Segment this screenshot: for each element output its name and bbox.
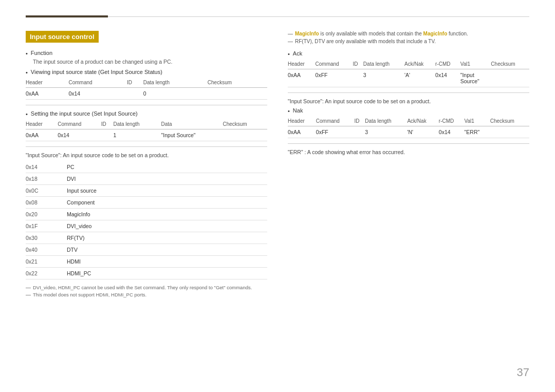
code-td-name: MagicInfo <box>67 209 267 220</box>
ack-th-checksum: Checksum <box>491 59 529 69</box>
top-bar-thick <box>26 15 108 17</box>
ack-section: • Ack Header Command ID Data length Ack/… <box>288 50 529 87</box>
nak-th-id: ID <box>354 116 365 126</box>
code-td-hex: 0x20 <box>26 209 67 220</box>
magicinfo-note: — MagicInfo is only available with model… <box>288 31 529 36</box>
code-td-hex: 0x14 <box>26 161 67 173</box>
code-td-hex: 0x21 <box>26 256 67 268</box>
bullet-dot-nak: • <box>288 108 290 114</box>
function-bullet: • Function <box>26 50 267 57</box>
code-td-name: DVI_video <box>67 220 267 232</box>
nak-th-checksum: Checksum <box>490 116 529 126</box>
viewing-table: Header Command ID Data length Checksum 0… <box>26 78 267 100</box>
code-td-name: HDMI <box>67 256 267 268</box>
footnote-1-text: DVI_video, HDMI_PC cannot be used with t… <box>33 285 252 290</box>
right-column: — MagicInfo is only available with model… <box>288 21 529 377</box>
magicinfo-note-container: — MagicInfo is only available with model… <box>288 31 529 44</box>
th-checksum-1: Checksum <box>208 78 267 88</box>
th-id-1: ID <box>127 78 143 88</box>
code-td-hex: 0x40 <box>26 244 67 256</box>
top-bar-thin <box>108 16 529 17</box>
ack-td-header: 0xAA <box>288 69 316 87</box>
page-number: 37 <box>517 366 529 379</box>
table-row: 0x08Component <box>26 197 267 209</box>
divider-right-1 <box>288 92 529 93</box>
divider-1 <box>26 105 267 105</box>
code-td-hex: 0x18 <box>26 173 67 185</box>
left-column: Input source control • Function The inpu… <box>26 21 267 377</box>
ack-th-datalength: Data length <box>363 59 404 69</box>
code-td-hex: 0x1F <box>26 220 67 232</box>
nak-bullet: • Nak <box>288 107 529 114</box>
code-td-name: DTV <box>67 244 267 256</box>
viewing-input-source-bullet: • Viewing input source state (Get Input … <box>26 69 267 76</box>
nak-th-header: Header <box>288 116 316 126</box>
nak-td-id <box>354 126 365 138</box>
ack-bullet: • Ack <box>288 50 529 57</box>
ack-th-command: Command <box>316 59 353 69</box>
err-note: "ERR" : A code showing what error has oc… <box>288 149 529 155</box>
td-header: 0xAA <box>26 88 68 100</box>
code-td-hex: 0x22 <box>26 268 67 279</box>
nak-th-rcmd: r-CMD <box>439 116 465 126</box>
td-data-2: "Input Source" <box>161 129 223 141</box>
divider-2 <box>26 146 267 147</box>
bullet-dot-ack: • <box>288 51 290 57</box>
nak-td-checksum <box>490 126 529 138</box>
code-td-name: PC <box>67 161 267 173</box>
td-id-2 <box>101 129 114 141</box>
nak-th-command: Command <box>316 116 355 126</box>
magicinfo-suffix: function. <box>449 31 468 36</box>
nak-td-header: 0xAA <box>288 126 316 138</box>
code-td-name: DVI <box>67 173 267 185</box>
footnote-2: — This model does not support HDMI, HDMI… <box>26 292 267 297</box>
th-datalength-1: Data length <box>143 78 208 88</box>
nak-td-val1: "ERR" <box>465 126 490 138</box>
section-title: Input source control <box>26 31 99 43</box>
table-row: 0x14PC <box>26 161 267 173</box>
rftv-note: — RF(TV), DTV are only available with mo… <box>288 39 529 44</box>
table-row: 0x21HDMI <box>26 256 267 268</box>
ack-td-id <box>353 69 363 87</box>
table-row: 0x0CInput source <box>26 185 267 197</box>
ack-th-acknak: Ack/Nak <box>404 59 435 69</box>
td-command: 0x14 <box>68 88 127 100</box>
input-source-note-right: "Input Source": An input source code to … <box>288 98 529 104</box>
magicinfo-bold-1: MagicInfo <box>295 31 319 36</box>
nak-section: • Nak Header Command ID Data length Ack/… <box>288 107 529 138</box>
setting-input-source-label: Setting the input source (Set Input Sour… <box>31 110 138 117</box>
th-data-2: Data <box>161 119 223 129</box>
footnote-1: — DVI_video, HDMI_PC cannot be used with… <box>26 285 267 290</box>
bullet-dot: • <box>26 50 28 57</box>
ack-th-id: ID <box>353 59 363 69</box>
ack-label: Ack <box>293 50 302 57</box>
code-table: 0x14PC0x18DVI0x0CInput source0x08Compone… <box>26 161 267 279</box>
ack-th-header: Header <box>288 59 316 69</box>
magicinfo-note-text: MagicInfo is only available with models … <box>295 31 468 36</box>
td-id <box>127 88 143 100</box>
code-td-hex: 0x0C <box>26 185 67 197</box>
function-description: The input source of a product can be cha… <box>33 59 267 65</box>
th-command-1: Command <box>68 78 127 88</box>
code-td-name: RF(TV) <box>67 232 267 244</box>
td-datalength: 0 <box>143 88 208 100</box>
function-label: Function <box>31 50 52 56</box>
th-checksum-2: Checksum <box>223 119 267 129</box>
input-source-note-left: "Input Source": An input source code to … <box>26 152 267 158</box>
td-checksum <box>208 88 267 100</box>
footnotes: — DVI_video, HDMI_PC cannot be used with… <box>26 285 267 297</box>
ack-td-acknak: 'A' <box>404 69 435 87</box>
nak-table: Header Command ID Data length Ack/Nak r-… <box>288 116 529 138</box>
table-row: 0x18DVI <box>26 173 267 185</box>
nak-th-datalength: Data length <box>365 116 407 126</box>
table-row: 0x22HDMI_PC <box>26 268 267 279</box>
magicinfo-middle: is only available with models that conta… <box>320 31 423 36</box>
nak-th-acknak: Ack/Nak <box>407 116 438 126</box>
table-row: 0x1FDVI_video <box>26 220 267 232</box>
td-datalength-2: 1 <box>113 129 161 141</box>
ack-td-command: 0xFF <box>316 69 353 87</box>
viewing-input-source-label: Viewing input source state (Get Input So… <box>31 69 162 75</box>
ack-td-checksum <box>491 69 529 87</box>
th-command-2: Command <box>58 119 101 129</box>
magicinfo-bold-2: MagicInfo <box>423 31 448 36</box>
